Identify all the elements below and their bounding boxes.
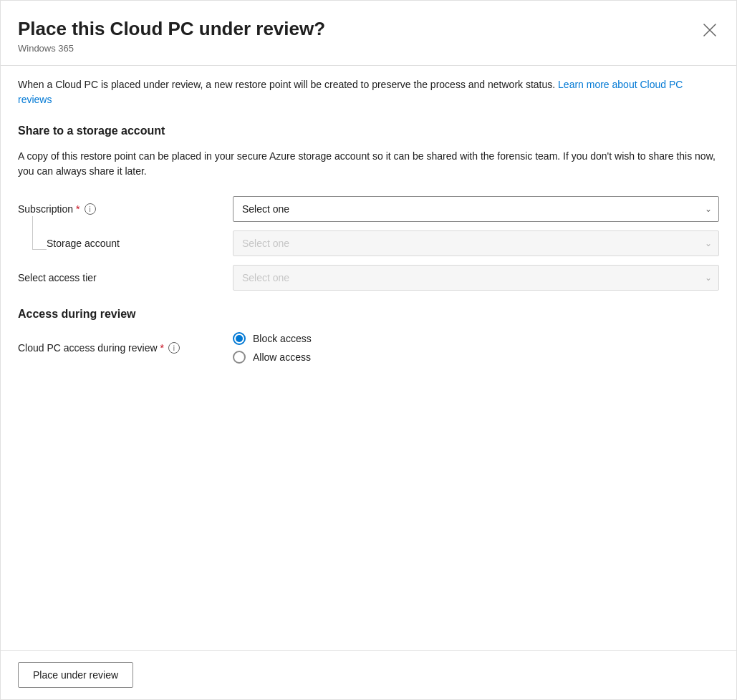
storage-account-select[interactable]: Select one (233, 230, 719, 256)
subscription-label-group: Subscription * i (18, 203, 233, 215)
subscription-info-icon[interactable]: i (85, 203, 96, 215)
cloud-pc-access-required-star: * (160, 342, 164, 354)
storage-account-field-group: Storage account Select one ⌄ (18, 230, 719, 256)
subscription-label: Subscription (18, 203, 73, 215)
dialog-body: When a Cloud PC is placed under review, … (1, 66, 736, 650)
block-access-radio-input[interactable] (233, 332, 246, 345)
subscription-required-star: * (76, 203, 80, 215)
storage-account-label: Storage account (47, 238, 120, 249)
cloud-pc-access-label: Cloud PC access during review (18, 342, 158, 354)
dialog: Place this Cloud PC under review? Window… (0, 0, 737, 700)
block-access-radio-item[interactable]: Block access (233, 332, 719, 345)
access-section-heading: Access during review (18, 308, 719, 321)
dialog-footer: Place under review (1, 650, 736, 699)
allow-access-radio-item[interactable]: Allow access (233, 351, 719, 364)
dialog-title: Place this Cloud PC under review? (18, 18, 325, 40)
radio-group-wrapper: Block access Allow access (233, 332, 719, 364)
storage-label-group: Storage account (47, 238, 233, 249)
subscription-control-wrapper: Select one ⌄ (233, 196, 719, 222)
subscription-select[interactable]: Select one (233, 196, 719, 222)
access-tier-label-group: Select access tier (18, 272, 233, 283)
access-tier-label: Select access tier (18, 272, 97, 283)
cloud-pc-access-field-group: Cloud PC access during review * i Block … (18, 332, 719, 364)
access-tier-select-wrapper: Select one ⌄ (233, 265, 719, 291)
allow-access-radio-label: Allow access (253, 351, 311, 363)
access-tier-field-group: Select access tier Select one ⌄ (18, 265, 719, 291)
subscription-select-wrapper: Select one ⌄ (233, 196, 719, 222)
share-section-heading: Share to a storage account (18, 125, 719, 137)
place-under-review-button[interactable]: Place under review (18, 662, 133, 688)
close-button[interactable] (700, 21, 719, 42)
storage-indent-decoration (18, 230, 47, 256)
cloud-pc-access-info-icon[interactable]: i (168, 342, 180, 354)
allow-access-radio-input[interactable] (233, 351, 246, 364)
storage-account-select-wrapper: Select one ⌄ (233, 230, 719, 256)
access-radio-group: Block access Allow access (233, 332, 719, 364)
header-title-group: Place this Cloud PC under review? Window… (18, 18, 325, 54)
storage-account-control-wrapper: Select one ⌄ (233, 230, 719, 256)
intro-text: When a Cloud PC is placed under review, … (18, 77, 719, 107)
block-access-radio-label: Block access (253, 333, 312, 344)
dialog-header: Place this Cloud PC under review? Window… (1, 1, 736, 65)
intro-text-before-link: When a Cloud PC is placed under review, … (18, 79, 558, 90)
dialog-subtitle: Windows 365 (18, 43, 325, 54)
access-tier-select[interactable]: Select one (233, 265, 719, 291)
access-during-review-section: Access during review Cloud PC access dur… (18, 308, 719, 364)
close-icon (703, 24, 716, 37)
subscription-field-group: Subscription * i Select one ⌄ (18, 196, 719, 222)
cloud-pc-access-label-group: Cloud PC access during review * i (18, 342, 233, 354)
share-section-description: A copy of this restore point can be plac… (18, 149, 719, 179)
access-tier-control-wrapper: Select one ⌄ (233, 265, 719, 291)
